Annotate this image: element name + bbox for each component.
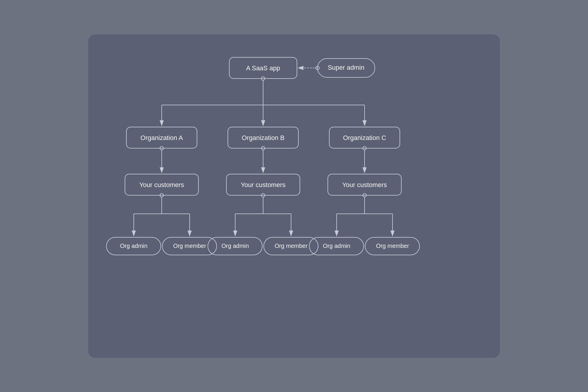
customers-b-label: Your customers: [241, 181, 285, 189]
org-a-label: Organization A: [141, 134, 183, 141]
org-member-c-label: Org member: [376, 243, 409, 249]
org-admin-b-label: Org admin: [221, 243, 249, 249]
org-admin-a-label: Org admin: [120, 243, 147, 249]
saas-app-label: A SaaS app: [246, 64, 280, 72]
customers-c-label: Your customers: [342, 181, 387, 189]
org-member-b-label: Org member: [275, 243, 308, 249]
org-b-label: Organization B: [242, 134, 285, 141]
super-admin-label: Super admin: [328, 64, 365, 71]
org-admin-c-label: Org admin: [323, 243, 350, 249]
customers-a-label: Your customers: [139, 181, 184, 189]
diagram-container: A SaaS app Super admin Organization A Or…: [88, 34, 500, 358]
org-c-label: Organization C: [343, 134, 386, 141]
org-member-a-label: Org member: [173, 243, 206, 249]
